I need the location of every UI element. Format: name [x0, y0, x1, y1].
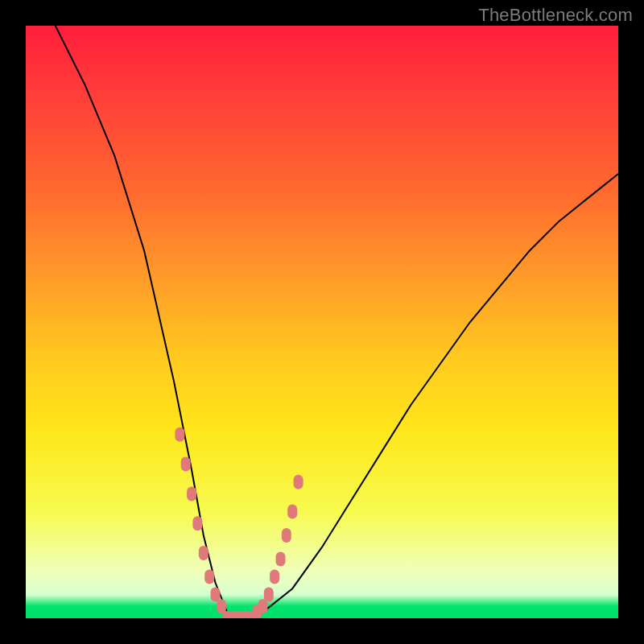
marker-point	[276, 551, 286, 566]
marker-point	[175, 427, 184, 442]
plot-area	[26, 26, 618, 618]
marker-point	[211, 588, 221, 602]
marker-group	[175, 427, 303, 618]
bottleneck-curve	[56, 26, 618, 618]
marker-point	[192, 516, 202, 530]
marker-point	[287, 505, 297, 519]
marker-point	[204, 570, 214, 584]
watermark-text: TheBottleneck.com	[478, 5, 633, 26]
marker-point	[264, 588, 274, 602]
marker-point	[258, 599, 267, 613]
curve-layer	[26, 26, 618, 618]
marker-point	[181, 457, 191, 472]
marker-point	[282, 528, 291, 543]
marker-point	[199, 546, 208, 560]
marker-point	[294, 475, 303, 489]
marker-point	[270, 570, 279, 584]
marker-point	[187, 486, 196, 501]
marker-point	[217, 599, 226, 613]
chart-frame: TheBottleneck.com	[0, 0, 644, 644]
